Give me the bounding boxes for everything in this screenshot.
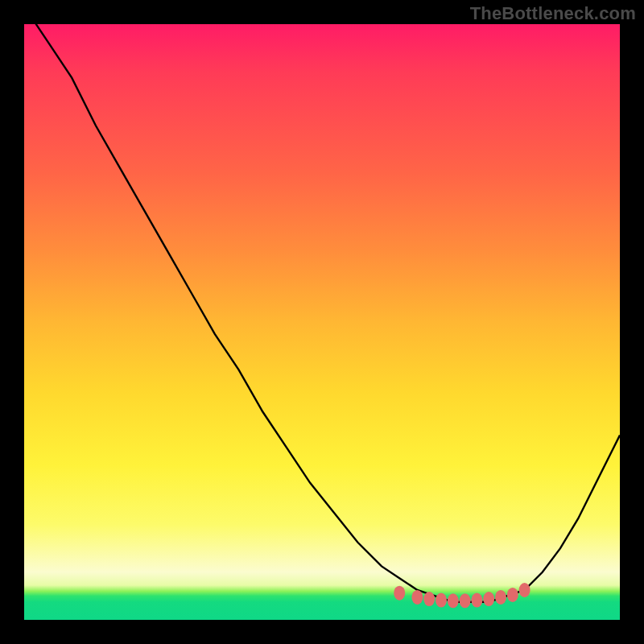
valley-dot <box>448 593 459 608</box>
valley-markers <box>394 583 530 608</box>
valley-dot <box>394 586 405 601</box>
valley-dot <box>483 592 494 606</box>
valley-dot <box>471 593 482 608</box>
valley-dot <box>436 593 447 608</box>
curve-svg <box>24 24 620 620</box>
chart-frame: TheBottleneck.com <box>0 0 644 644</box>
plot-area <box>24 24 620 620</box>
valley-dot <box>519 583 530 597</box>
valley-dot <box>423 592 435 606</box>
valley-dot <box>507 588 518 602</box>
watermark-text: TheBottleneck.com <box>470 3 636 24</box>
valley-dot <box>411 590 423 605</box>
valley-dot <box>495 590 506 605</box>
valley-dot <box>460 593 471 608</box>
main-curve <box>24 6 620 602</box>
